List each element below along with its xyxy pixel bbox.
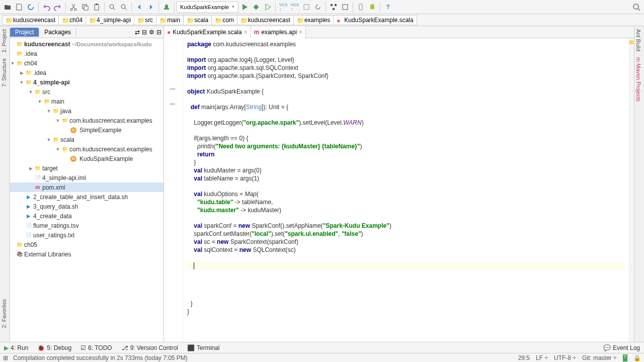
vcs-revert-icon[interactable] xyxy=(312,2,324,13)
crumb[interactable]: 📁examples xyxy=(293,15,334,25)
tree-row[interactable]: ▶2_create_table_and_insert_data.sh xyxy=(10,192,164,202)
forward-icon[interactable] xyxy=(145,2,156,13)
crumb[interactable]: 📁scala xyxy=(183,15,212,25)
vcs-commit-icon[interactable]: VCS↑ xyxy=(289,2,300,13)
run-icon[interactable] xyxy=(239,2,250,13)
replace-icon[interactable] xyxy=(118,2,129,13)
tree-row[interactable]: 📁.idea xyxy=(10,49,164,58)
svg-rect-5 xyxy=(96,4,98,5)
tree-row[interactable]: CSimpleExample xyxy=(10,125,164,135)
cut-icon[interactable] xyxy=(68,2,79,13)
tree-row[interactable]: 📄4_simple-api.iml xyxy=(10,173,164,183)
sync-icon[interactable] xyxy=(25,2,36,13)
build-icon[interactable] xyxy=(161,2,172,13)
tree-row[interactable]: OKuduSparkExample xyxy=(10,154,164,163)
tree-row[interactable]: ▼📁main xyxy=(10,97,164,106)
caret-position[interactable]: 29:5 xyxy=(518,354,530,361)
vtab-project[interactable]: 1: Project xyxy=(0,26,8,55)
code-editor[interactable]: package com.kuduscreencast.examples impo… xyxy=(183,38,629,342)
settings-icon[interactable]: ⚙ xyxy=(149,29,154,36)
run-config-label: KuduSparkExample xyxy=(180,4,229,10)
tab-packages[interactable]: Packages xyxy=(39,28,76,37)
tree-row[interactable]: 📄flume_ratings.tsv xyxy=(10,221,164,230)
error-stripe[interactable] xyxy=(629,38,634,342)
avd-icon[interactable] xyxy=(355,2,366,13)
android-icon[interactable] xyxy=(367,2,378,13)
svg-point-0 xyxy=(70,9,72,11)
help-icon[interactable]: ? xyxy=(382,2,393,13)
crumb[interactable]: 📁ch04 xyxy=(58,15,86,25)
vtab-maven[interactable]: m Maven Projects xyxy=(634,54,642,105)
tool-eventlog[interactable]: 💬Event Log xyxy=(603,344,640,351)
hide-icon[interactable]: ⊟ xyxy=(156,29,162,36)
svg-rect-17 xyxy=(170,103,176,105)
lock-icon[interactable]: 🔒 xyxy=(633,354,641,361)
crumb[interactable]: 📁com xyxy=(211,15,237,25)
back-icon[interactable] xyxy=(134,2,145,13)
close-icon[interactable]: × xyxy=(299,29,302,36)
copy-icon[interactable] xyxy=(79,2,91,13)
tool-terminal[interactable]: ⬛Terminal xyxy=(187,344,219,351)
vcs-history-icon[interactable] xyxy=(301,2,312,13)
windows-icon[interactable]: ⊞ xyxy=(3,354,8,361)
tree-row[interactable]: ▶📁target xyxy=(10,163,164,173)
save-icon[interactable] xyxy=(14,2,25,13)
close-icon[interactable]: × xyxy=(244,29,248,36)
tree-row[interactable]: ▼📁com.kuduscreencast.examples xyxy=(10,144,164,154)
vtab-structure[interactable]: 7: Structure xyxy=(0,55,8,90)
editor-tab[interactable]: ●KuduSparkExample.scala× xyxy=(164,26,251,38)
search-everywhere-icon[interactable] xyxy=(631,2,642,13)
open-icon[interactable] xyxy=(2,2,13,13)
svg-point-6 xyxy=(110,5,114,9)
git-branch[interactable]: Git: master ÷ xyxy=(582,354,617,361)
tree-row[interactable]: ▶📁.idea xyxy=(10,68,164,77)
tree-row[interactable]: ▶3_query_data.sh xyxy=(10,202,164,211)
crumb[interactable]: 📁kuduscreencast xyxy=(2,15,59,25)
tool-todo[interactable]: ☑6: TODO xyxy=(80,344,112,351)
svg-point-15 xyxy=(633,4,638,9)
statusbar: ⊞ Compilation completed successfully in … xyxy=(0,353,644,362)
sdk-icon[interactable] xyxy=(340,2,351,13)
crumb[interactable]: 📁src xyxy=(134,15,156,25)
tree-row[interactable]: ▼📁ch04 xyxy=(10,58,164,68)
tree-row[interactable]: 📁kuduscreencast ~/Documents/workspace/ku… xyxy=(10,39,164,49)
tree-row[interactable]: ▶4_create_data xyxy=(10,211,164,221)
encoding[interactable]: UTF-8 ÷ xyxy=(554,354,576,361)
tool-vcs[interactable]: ⎇9: Version Control xyxy=(121,344,178,351)
crumb[interactable]: ●KuduSparkExample.scala xyxy=(333,15,417,25)
collapse-icon[interactable]: ⊟ xyxy=(142,29,147,36)
vcs-update-icon[interactable]: VCS↓ xyxy=(278,2,289,13)
crumb[interactable]: 📁kuduscreencast xyxy=(237,15,294,25)
run-config-combo[interactable]: KuduSparkExample ▼ xyxy=(177,2,238,13)
breadcrumb: 📁kuduscreencast 📁ch04 📁4_simple-api 📁src… xyxy=(0,14,644,26)
tool-run[interactable]: ▶4: Run xyxy=(4,344,28,351)
tool-debug[interactable]: 🐞5: Debug xyxy=(37,344,71,351)
tree-row[interactable]: ▼📁4_simple-api xyxy=(10,77,164,87)
vtab-ant[interactable]: Ant Build xyxy=(634,26,642,54)
tree-row[interactable]: ▼📁java xyxy=(10,106,164,116)
crumb[interactable]: 📁main xyxy=(156,15,184,25)
tab-project[interactable]: Project xyxy=(10,28,39,37)
svg-rect-16 xyxy=(170,88,176,90)
line-separator[interactable]: LF ÷ xyxy=(536,354,548,361)
find-icon[interactable] xyxy=(107,2,118,13)
debug-icon[interactable] xyxy=(251,2,262,13)
editor-tab[interactable]: mexamples.api× xyxy=(251,26,306,38)
tree-row[interactable]: 📁ch05 xyxy=(10,240,164,249)
vtab-favorites[interactable]: 2: Favorites xyxy=(0,296,8,331)
scroll-icon[interactable]: ⇄ xyxy=(135,29,140,36)
tree-row[interactable]: ▼📁scala xyxy=(10,135,164,144)
crumb[interactable]: 📁4_simple-api xyxy=(86,15,134,25)
tree-row[interactable]: ▼📁src xyxy=(10,87,164,97)
inspections-icon[interactable]: T xyxy=(623,354,628,361)
svg-rect-13 xyxy=(343,5,348,10)
coverage-icon[interactable] xyxy=(262,2,273,13)
undo-icon[interactable] xyxy=(41,2,52,13)
paste-icon[interactable] xyxy=(91,2,102,13)
tree-row[interactable]: 📄user_ratings.txt xyxy=(10,230,164,240)
structure-icon[interactable] xyxy=(328,2,339,13)
redo-icon[interactable] xyxy=(52,2,63,13)
tree-row[interactable]: mpom.xml xyxy=(10,183,164,192)
tree-row[interactable]: 📚External Libraries xyxy=(10,249,164,259)
tree-row[interactable]: ▼📁com.kuduscreencast.examples xyxy=(10,116,164,125)
